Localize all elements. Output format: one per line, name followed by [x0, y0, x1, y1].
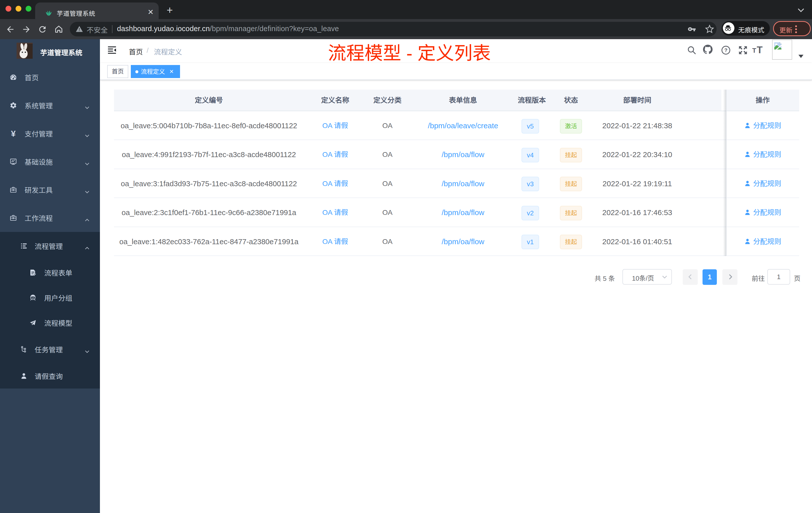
svg-text:?: ? — [724, 47, 728, 53]
